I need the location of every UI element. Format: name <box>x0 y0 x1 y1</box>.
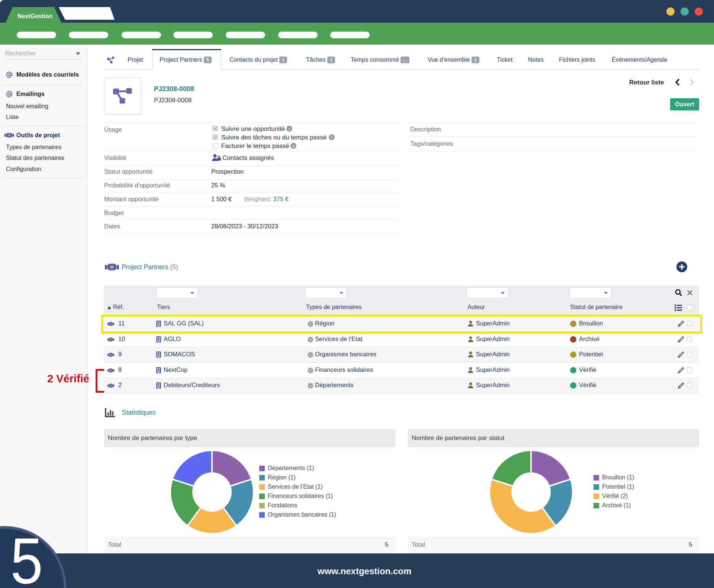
svg-text:NextGestion: NextGestion <box>17 13 52 19</box>
svg-text:5: 5 <box>10 524 43 588</box>
